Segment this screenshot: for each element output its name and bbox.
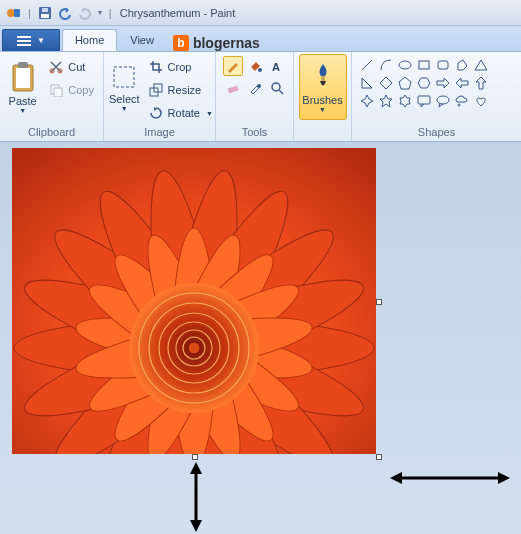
shape-pentagon[interactable] [396,74,414,91]
svg-rect-27 [419,61,429,69]
cut-button[interactable]: Cut [43,56,99,78]
shape-diamond[interactable] [377,74,395,91]
pencil-tool[interactable] [223,56,243,76]
eraser-tool[interactable] [223,78,243,98]
svg-marker-35 [437,78,449,88]
shape-callout-rect[interactable] [415,92,433,109]
select-label: Select [109,93,140,105]
canvas-image[interactable] [12,148,376,454]
svg-point-18 [258,68,262,72]
app-icon [6,5,22,21]
shape-polygon[interactable] [453,56,471,73]
shape-heart[interactable] [472,92,490,109]
qat-customize-dropdown[interactable]: ▾ [98,8,102,17]
svg-rect-10 [18,62,28,68]
svg-rect-5 [17,36,31,38]
shape-rectangle[interactable] [415,56,433,73]
resize-handle-bottom[interactable] [192,454,198,460]
shape-arrow-left[interactable] [453,74,471,91]
group-image: Select ▼ Crop Resize Rotate ▼ Image [104,52,216,141]
magnifier-tool[interactable] [267,78,287,98]
brushes-label: Brushes [302,94,342,106]
tab-home[interactable]: Home [62,29,117,51]
shape-rounded-rect[interactable] [434,56,452,73]
shape-callout-cloud[interactable] [453,92,471,109]
shape-curve[interactable] [377,56,395,73]
svg-rect-4 [42,8,48,12]
shape-hexagon[interactable] [415,74,433,91]
tab-view-label: View [130,34,154,46]
svg-rect-15 [114,67,134,87]
shape-triangle[interactable] [472,56,490,73]
shape-right-triangle[interactable] [358,74,376,91]
svg-marker-30 [475,60,487,70]
svg-line-23 [279,90,283,94]
save-icon[interactable] [37,5,53,21]
svg-marker-38 [361,95,373,107]
undo-icon[interactable] [57,5,73,21]
svg-rect-1 [14,9,20,17]
blogernas-brand: b blogernas [173,35,260,51]
brushes-button[interactable]: Brushes ▼ [299,54,347,120]
paste-button[interactable]: Paste ▼ [4,54,41,120]
shape-arrow-right[interactable] [434,74,452,91]
svg-rect-41 [418,96,430,104]
svg-rect-24 [321,76,325,81]
shape-callout-oval[interactable] [434,92,452,109]
cut-label: Cut [68,61,85,73]
rotate-label: Rotate [168,107,200,119]
svg-marker-72 [390,472,402,484]
shape-star4[interactable] [358,92,376,109]
dropdown-arrow-icon: ▼ [319,106,326,113]
shapes-gallery[interactable] [356,54,492,111]
fill-tool[interactable] [245,56,265,76]
svg-marker-33 [399,77,411,89]
crop-button[interactable]: Crop [143,56,218,78]
window-title: Chrysanthemum - Paint [120,7,236,19]
dropdown-arrow-icon: ▼ [206,110,213,117]
scissors-icon [48,59,64,75]
tab-home-label: Home [75,34,104,46]
color-picker-tool[interactable] [245,78,265,98]
redo-icon[interactable] [77,5,93,21]
resize-icon [148,82,164,98]
dropdown-arrow-icon: ▼ [37,36,45,45]
svg-point-0 [7,9,15,17]
tab-strip: ▼ Home View b blogernas [0,26,521,52]
svg-point-70 [188,342,200,354]
svg-point-43 [458,104,460,106]
svg-point-42 [437,96,449,104]
crop-label: Crop [168,61,192,73]
shape-arrow-up[interactable] [472,74,490,91]
resize-handle-corner[interactable] [376,454,382,460]
text-tool[interactable]: A [267,56,287,76]
brushes-group-label [298,125,347,141]
resize-button[interactable]: Resize [143,79,218,101]
canvas-area[interactable] [0,142,521,534]
group-tools: A Tools [216,52,294,141]
svg-marker-29 [458,60,467,70]
file-menu-icon [17,36,31,46]
svg-marker-37 [476,77,486,89]
select-icon [110,63,138,91]
shape-star6[interactable] [396,92,414,109]
rotate-button[interactable]: Rotate ▼ [143,102,218,124]
svg-marker-40 [400,95,410,107]
rotate-icon [148,105,164,121]
qat-separator-2: | [109,7,112,19]
svg-text:A: A [272,61,280,73]
shape-line[interactable] [358,56,376,73]
tab-view[interactable]: View [117,29,167,51]
svg-rect-9 [16,68,30,88]
svg-point-22 [272,83,280,91]
group-brushes: Brushes ▼ [294,52,352,141]
file-menu-button[interactable]: ▼ [2,29,60,51]
shape-star5[interactable] [377,92,395,109]
select-button[interactable]: Select ▼ [108,54,141,120]
resize-handle-right[interactable] [376,299,382,305]
shape-oval[interactable] [396,56,414,73]
clipboard-icon [10,61,36,93]
svg-marker-76 [190,520,202,532]
blogernas-text: blogernas [193,35,260,51]
svg-marker-32 [380,77,392,89]
